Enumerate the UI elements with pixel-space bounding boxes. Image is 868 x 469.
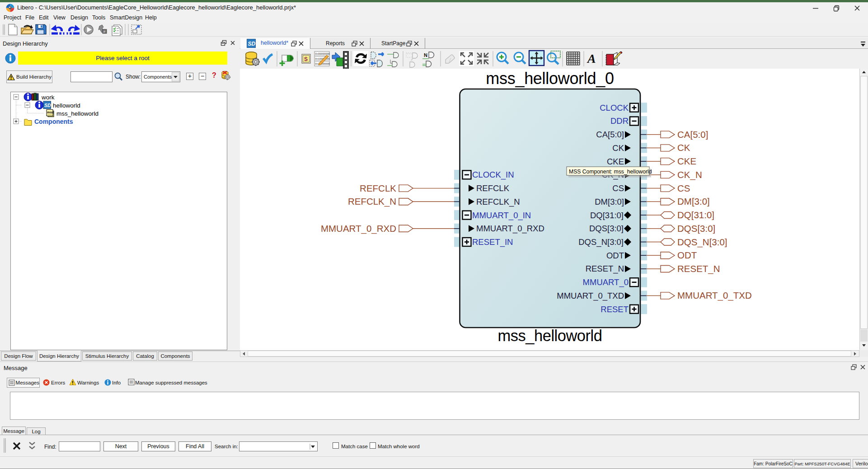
- svg-text:MMUART_0_IN: MMUART_0_IN: [472, 211, 531, 220]
- svg-text:CK_N: CK_N: [677, 169, 702, 180]
- svg-text:Components: Components: [34, 118, 73, 125]
- svg-text:REFCLK_N: REFCLK_N: [476, 197, 520, 207]
- svg-text:CLOCK_IN: CLOCK_IN: [472, 170, 514, 180]
- svg-text:DQS_N[3:0]: DQS_N[3:0]: [677, 237, 727, 248]
- svg-text:MMUART_0: MMUART_0: [583, 277, 629, 287]
- svg-text:CK: CK: [612, 143, 624, 153]
- svg-text:ODT: ODT: [677, 250, 697, 260]
- svg-text:CS: CS: [612, 183, 624, 193]
- svg-text:DQS[3:0]: DQS[3:0]: [589, 224, 624, 233]
- svg-text:S: S: [304, 56, 308, 62]
- svg-text:helloworld: helloworld: [53, 102, 80, 109]
- svg-text:DQ[31:0]: DQ[31:0]: [590, 211, 624, 220]
- svg-text:CA[5:0]: CA[5:0]: [596, 130, 624, 139]
- svg-text:MMUART_0_RXD: MMUART_0_RXD: [321, 223, 396, 234]
- svg-text:DM[3:0]: DM[3:0]: [595, 197, 624, 206]
- svg-text:mss: mss: [47, 110, 54, 114]
- svg-text:CKE: CKE: [677, 156, 696, 166]
- svg-text:ODT: ODT: [606, 251, 624, 260]
- svg-text:DM[3:0]: DM[3:0]: [677, 196, 710, 206]
- svg-text:DDR: DDR: [610, 116, 629, 126]
- svg-text:CK: CK: [677, 142, 690, 153]
- svg-text:CS: CS: [677, 183, 690, 193]
- svg-text:A: A: [586, 52, 596, 66]
- svg-text:0x20000000: 0x20000000: [315, 63, 330, 66]
- svg-text:0x00000000: 0x00000000: [315, 53, 330, 56]
- svg-text:mss_helloworld: mss_helloworld: [56, 110, 99, 117]
- svg-text:REFCLK: REFCLK: [476, 183, 510, 193]
- svg-text:RESET_IN: RESET_IN: [472, 237, 513, 247]
- svg-text:CLOCK: CLOCK: [600, 103, 629, 113]
- svg-text:MSS Component: mss_helloworld: MSS Component: mss_helloworld: [569, 169, 652, 175]
- svg-text:N: N: [424, 52, 427, 58]
- svg-text:DQS[3:0]: DQS[3:0]: [677, 223, 715, 234]
- svg-text:work: work: [41, 94, 55, 101]
- svg-text:RESET: RESET: [601, 305, 629, 314]
- svg-text:SD: SD: [44, 103, 51, 108]
- svg-text:RESET_N: RESET_N: [586, 264, 624, 274]
- svg-text:mss_helloworld: mss_helloworld: [498, 327, 602, 344]
- svg-text:MMUART_0_TXD: MMUART_0_TXD: [557, 291, 624, 301]
- svg-text:REFCLK: REFCLK: [360, 183, 396, 193]
- svg-text:SD: SD: [248, 41, 256, 47]
- svg-text:DQ[31:0]: DQ[31:0]: [677, 210, 714, 220]
- svg-text:F: F: [103, 30, 106, 34]
- svg-text:REFCLK_N: REFCLK_N: [348, 196, 396, 207]
- svg-text:mss_helloworld_0: mss_helloworld_0: [486, 69, 614, 88]
- svg-text:RESET_N: RESET_N: [677, 263, 720, 274]
- svg-text:CKE: CKE: [607, 157, 624, 166]
- svg-text:CA[5:0]: CA[5:0]: [677, 129, 708, 140]
- svg-text:MMUART_0_TXD: MMUART_0_TXD: [677, 290, 752, 301]
- svg-text:DQS_N[3:0]: DQS_N[3:0]: [578, 237, 624, 247]
- svg-text:MMUART_0_RXD: MMUART_0_RXD: [476, 224, 544, 234]
